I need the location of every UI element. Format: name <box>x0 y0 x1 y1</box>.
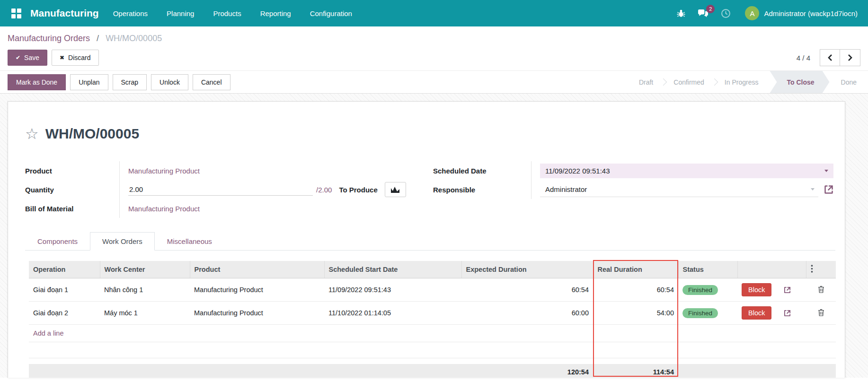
scheduled-date-label: Scheduled Date <box>433 161 531 180</box>
col-expected-duration[interactable]: Expected Duration <box>461 261 593 278</box>
pager-next-button[interactable] <box>840 49 860 66</box>
cell-real-duration[interactable]: 54:00 <box>593 302 678 325</box>
breadcrumb-separator: / <box>97 34 99 43</box>
favorite-star-icon[interactable]: ☆ <box>25 126 39 141</box>
pager-counter: 4 / 4 <box>797 54 810 62</box>
save-button[interactable]: ✔ Save <box>8 50 47 66</box>
breadcrumb-current: WH/MO/00005 <box>106 34 162 43</box>
work-order-row[interactable]: Giai đoạn 1 Nhân công 1 Manufacturing Pr… <box>29 278 836 302</box>
cell-expected-duration[interactable]: 60:54 <box>461 278 593 302</box>
check-icon: ✔ <box>16 53 20 62</box>
scheduled-date-input[interactable]: 11/09/2022 09:51:43 <box>540 164 833 178</box>
status-draft[interactable]: Draft <box>628 71 664 93</box>
forecast-chart-button[interactable] <box>385 182 406 197</box>
block-button[interactable]: Block <box>742 306 771 320</box>
responsible-external-link-icon[interactable] <box>824 185 833 194</box>
discard-button[interactable]: ✖ Discard <box>52 50 99 66</box>
notebook-tabs: Components Work Orders Miscellaneous <box>25 232 835 251</box>
menu-products[interactable]: Products <box>213 9 241 17</box>
cell-operation[interactable]: Giai đoạn 2 <box>29 302 100 325</box>
col-product[interactable]: Product <box>190 261 324 278</box>
cell-product[interactable]: Manufacturing Product <box>190 302 324 325</box>
caret-down-icon <box>824 170 828 172</box>
col-real-duration[interactable]: Real Duration <box>593 261 678 278</box>
totals-row: 120:54 114:54 <box>29 364 836 378</box>
discard-label: Discard <box>68 53 90 62</box>
tab-miscellaneous[interactable]: Miscellaneous <box>155 232 224 251</box>
total-real-duration: 114:54 <box>593 364 678 378</box>
responsible-row: Responsible Administrator <box>433 180 833 199</box>
bom-link[interactable]: Manufacturing Product <box>128 205 200 213</box>
menu-planning[interactable]: Planning <box>167 9 194 17</box>
menu-configuration[interactable]: Configuration <box>310 9 352 17</box>
status-badge: Finished <box>682 308 718 318</box>
col-status[interactable]: Status <box>678 261 737 278</box>
work-orders-table: Operation Work Center Product Scheduled … <box>29 261 836 378</box>
cell-real-duration[interactable]: 60:54 <box>593 278 678 302</box>
status-in-progress[interactable]: In Progress <box>713 71 770 93</box>
scrap-button[interactable]: Scrap <box>113 74 147 90</box>
quantity-label: Quantity <box>25 180 120 199</box>
menu-operations[interactable]: Operations <box>113 9 148 17</box>
systray: 2 A Administrator (wackp1d7iocn) <box>676 6 860 21</box>
cell-scheduled-start[interactable]: 11/09/2022 09:51:43 <box>324 278 461 302</box>
delete-row-trash-icon[interactable] <box>818 286 824 294</box>
optional-columns-toggle[interactable] <box>806 261 836 278</box>
unplan-button[interactable]: Unplan <box>70 74 108 90</box>
options-dots-icon <box>811 265 813 273</box>
caret-down-icon <box>811 188 815 190</box>
block-button[interactable]: Block <box>742 283 771 296</box>
col-scheduled-start-date[interactable]: Scheduled Start Date <box>324 261 461 278</box>
to-produce-label: To Produce <box>339 186 377 194</box>
cell-scheduled-start[interactable]: 11/10/2022 01:14:05 <box>324 302 461 325</box>
cell-product[interactable]: Manufacturing Product <box>190 278 324 302</box>
bug-icon[interactable] <box>676 8 686 18</box>
cancel-button[interactable]: Cancel <box>193 74 230 90</box>
col-actions <box>737 261 806 278</box>
app-window: Manufacturing Operations Planning Produc… <box>0 0 868 378</box>
menu-reporting[interactable]: Reporting <box>260 9 291 17</box>
cell-work-center[interactable]: Máy móc 1 <box>100 302 190 325</box>
statusbar: Draft Confirmed In Progress To Close Don… <box>628 71 868 93</box>
chevron-right-icon <box>847 54 853 61</box>
user-name: Administrator (wackp1d7iocn) <box>764 9 858 17</box>
col-operation[interactable]: Operation <box>29 261 100 278</box>
cell-expected-duration[interactable]: 60:00 <box>461 302 593 325</box>
col-work-center[interactable]: Work Center <box>100 261 190 278</box>
delete-row-trash-icon[interactable] <box>818 309 824 318</box>
add-line-row: Add a line <box>29 325 836 342</box>
row-external-link-icon[interactable] <box>784 310 791 317</box>
control-panel-actions: Mark as Done Unplan Scrap Unlock Cancel … <box>0 70 868 94</box>
navbar: Manufacturing Operations Planning Produc… <box>0 0 868 26</box>
product-link[interactable]: Manufacturing Product <box>128 167 200 175</box>
pager-previous-button[interactable] <box>820 49 840 66</box>
spacer-row <box>29 358 836 364</box>
mark-as-done-button[interactable]: Mark as Done <box>8 74 66 90</box>
status-badge: Finished <box>682 285 718 295</box>
status-confirmed[interactable]: Confirmed <box>662 71 716 93</box>
activity-clock-icon[interactable] <box>720 8 732 19</box>
app-brand[interactable]: Manufacturing <box>30 8 99 19</box>
tab-components[interactable]: Components <box>25 232 90 251</box>
unlock-button[interactable]: Unlock <box>151 74 188 90</box>
quantity-total: /2.00 <box>316 186 332 194</box>
cell-operation[interactable]: Giai đoạn 1 <box>29 278 100 302</box>
user-menu[interactable]: A Administrator (wackp1d7iocn) <box>742 6 860 21</box>
scheduled-date-row: Scheduled Date 11/09/2022 09:51:43 <box>433 161 833 180</box>
table-header-row: Operation Work Center Product Scheduled … <box>29 261 836 278</box>
status-to-close[interactable]: To Close <box>770 71 829 93</box>
row-external-link-icon[interactable] <box>784 286 791 294</box>
responsible-input[interactable]: Administrator <box>540 182 818 197</box>
work-order-row[interactable]: Giai đoạn 2 Máy móc 1 Manufacturing Prod… <box>29 302 836 325</box>
product-row: Product Manufacturing Product <box>25 161 407 180</box>
status-done[interactable]: Done <box>830 71 868 93</box>
empty-row <box>29 342 836 358</box>
apps-menu-icon[interactable] <box>8 5 25 22</box>
product-label: Product <box>25 161 120 180</box>
messages-icon[interactable]: 2 <box>697 8 709 19</box>
add-a-line-link[interactable]: Add a line <box>33 329 64 337</box>
quantity-input[interactable]: 2.00 <box>128 183 313 196</box>
cell-work-center[interactable]: Nhân công 1 <box>100 278 190 302</box>
breadcrumb-parent[interactable]: Manufacturing Orders <box>8 34 90 43</box>
tab-work-orders[interactable]: Work Orders <box>90 232 155 251</box>
